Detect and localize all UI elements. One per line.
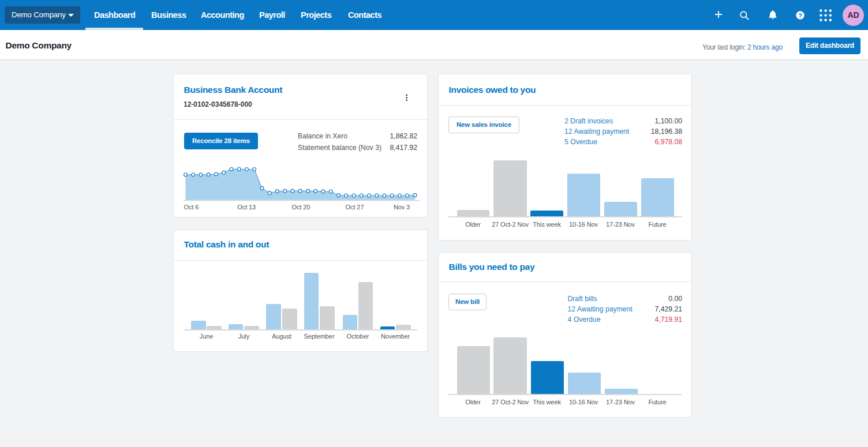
svg-text:?: ? xyxy=(798,12,802,18)
